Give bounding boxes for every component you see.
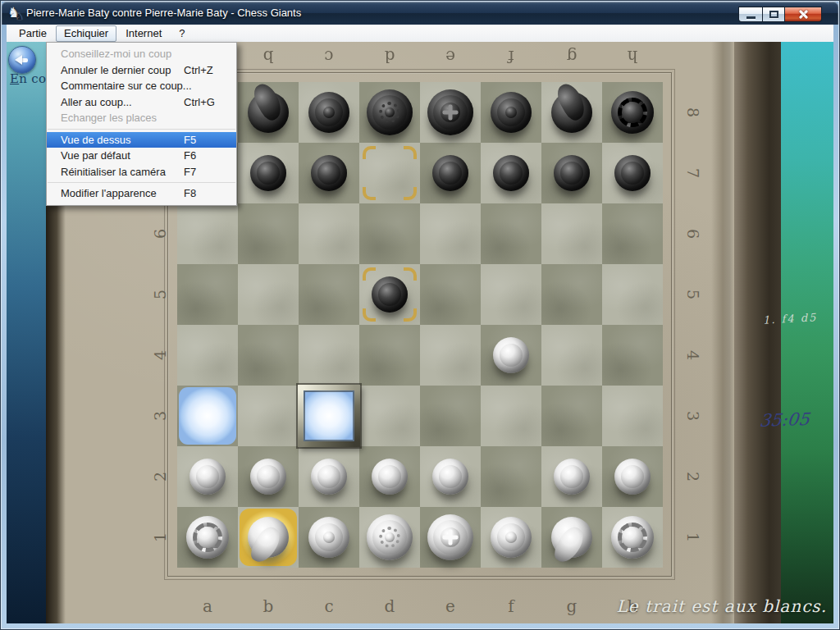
file-label-bottom-d: d xyxy=(359,595,420,618)
piece-black-pawn-h7[interactable] xyxy=(602,143,663,203)
menu-item-reset-camera[interactable]: Réinitialiser la caméraF7 xyxy=(47,164,236,180)
piece-black-knight-g8[interactable] xyxy=(541,82,602,143)
piece-white-knight-g1[interactable] xyxy=(541,507,602,568)
piece-part xyxy=(257,162,280,185)
square-d3[interactable] xyxy=(359,386,420,446)
rank-label-right-3: 3 xyxy=(663,407,724,425)
piece-black-knight-b8[interactable] xyxy=(238,82,299,143)
menu-item-undo[interactable]: Annuler le dernier coupCtrl+Z xyxy=(47,62,236,79)
piece-white-rook-a1[interactable] xyxy=(177,507,238,568)
piece-white-queen-d1[interactable] xyxy=(359,507,420,568)
square-f6[interactable] xyxy=(481,203,541,264)
game-clock: 35:05 xyxy=(759,409,810,431)
square-c4[interactable] xyxy=(299,325,359,386)
menu-item-appearance[interactable]: Modifier l'apparenceF8 xyxy=(47,185,236,202)
menu-item-comment[interactable]: Commentaire sur ce coup... xyxy=(47,78,236,94)
close-icon xyxy=(797,8,810,21)
piece-white-pawn-c2[interactable] xyxy=(299,446,359,507)
piece-white-pawn-d2[interactable] xyxy=(359,446,420,507)
maximize-button[interactable] xyxy=(762,7,785,22)
piece-white-pawn-e2[interactable] xyxy=(420,446,481,507)
piece-white-pawn-h2[interactable] xyxy=(602,446,663,507)
menu-item-swap-sides[interactable]: Echanger les places xyxy=(47,110,236,126)
square-g3[interactable] xyxy=(541,386,602,446)
square-e6[interactable] xyxy=(420,203,481,264)
file-label-top-d: d xyxy=(359,45,420,68)
piece-black-queen-d8[interactable] xyxy=(359,82,420,143)
menubar-item-partie[interactable]: Partie xyxy=(11,25,55,42)
square-g4[interactable] xyxy=(541,325,602,386)
piece-black-bishop-c8[interactable] xyxy=(299,82,359,143)
rank-label-right-2: 2 xyxy=(663,468,724,486)
menubar-item-internet[interactable]: Internet xyxy=(117,25,170,42)
piece-black-pawn-c7[interactable] xyxy=(299,143,359,203)
square-h4[interactable] xyxy=(602,325,663,386)
square-d4[interactable] xyxy=(359,325,420,386)
menubar-item-help[interactable]: ? xyxy=(171,25,193,42)
square-f2[interactable] xyxy=(481,446,541,507)
square-f5[interactable] xyxy=(481,264,541,325)
piece-black-bishop-f8[interactable] xyxy=(481,82,541,143)
square-d6[interactable] xyxy=(359,203,420,264)
minimize-button[interactable] xyxy=(738,7,763,22)
rank-label-left-3: 3 xyxy=(130,407,190,425)
square-h6[interactable] xyxy=(602,203,663,264)
file-label-bottom-f: f xyxy=(481,595,541,618)
close-button[interactable] xyxy=(784,7,822,22)
menu-item-advice[interactable]: Conseillez-moi un coup xyxy=(47,46,236,62)
piece-black-pawn-e7[interactable] xyxy=(420,143,481,203)
echiquier-menu: Conseillez-moi un coup Annuler le dernie… xyxy=(46,42,237,206)
status-message: Le trait est aux blancs. xyxy=(616,596,827,616)
piece-black-pawn-b7[interactable] xyxy=(238,143,299,203)
file-label-bottom-e: e xyxy=(420,595,481,618)
menu-item-goto-move[interactable]: Aller au coup...Ctrl+G xyxy=(47,94,236,111)
menu-item-top-view[interactable]: Vue de dessusF5 xyxy=(47,132,236,148)
piece-part xyxy=(378,283,401,306)
square-b6[interactable] xyxy=(238,203,299,264)
maximize-icon xyxy=(769,11,778,18)
square-c5[interactable] xyxy=(299,264,359,325)
piece-black-pawn-d5[interactable] xyxy=(359,264,420,325)
piece-white-king-e1[interactable] xyxy=(420,507,481,568)
square-e3[interactable] xyxy=(420,386,481,446)
square-c6[interactable] xyxy=(299,203,359,264)
piece-black-rook-h8[interactable] xyxy=(602,82,663,143)
last-move-corner-bl-d7 xyxy=(363,187,376,200)
window-controls xyxy=(739,7,822,22)
rank-label-left-5: 5 xyxy=(130,285,190,304)
piece-white-rook-h1[interactable] xyxy=(602,507,663,568)
square-b5[interactable] xyxy=(238,264,299,325)
piece-white-bishop-f1[interactable] xyxy=(481,507,541,568)
piece-white-pawn-g2[interactable] xyxy=(541,446,602,507)
piece-part xyxy=(505,107,517,118)
file-label-top-e: e xyxy=(420,45,481,68)
square-h3[interactable] xyxy=(602,386,663,446)
square-f3[interactable] xyxy=(481,386,541,446)
square-e5[interactable] xyxy=(420,264,481,325)
piece-black-pawn-f7[interactable] xyxy=(481,143,541,203)
square-g6[interactable] xyxy=(541,203,602,264)
back-button[interactable] xyxy=(8,46,36,74)
menu-item-default-view[interactable]: Vue par défautF6 xyxy=(47,148,236,164)
piece-white-pawn-f4[interactable] xyxy=(481,325,541,386)
piece-part xyxy=(505,532,517,543)
piece-part xyxy=(317,162,340,185)
backdrop-left xyxy=(7,42,46,623)
piece-part xyxy=(439,465,462,488)
file-label-top-b: b xyxy=(238,45,299,68)
square-e4[interactable] xyxy=(420,325,481,386)
menubar-item-echiquier[interactable]: Echiquier xyxy=(56,25,116,42)
square-b4[interactable] xyxy=(238,325,299,386)
piece-part xyxy=(317,465,340,488)
piece-white-bishop-c1[interactable] xyxy=(299,507,359,568)
piece-part xyxy=(618,523,647,552)
piece-black-pawn-g7[interactable] xyxy=(541,143,602,203)
square-h5[interactable] xyxy=(602,264,663,325)
square-b3[interactable] xyxy=(238,386,299,446)
piece-white-pawn-b2[interactable] xyxy=(238,446,299,507)
king-cross-bar xyxy=(449,530,453,546)
piece-white-knight-b1[interactable] xyxy=(238,507,299,568)
piece-black-king-e8[interactable] xyxy=(420,82,481,143)
square-g5[interactable] xyxy=(541,264,602,325)
piece-white-pawn-a2[interactable] xyxy=(177,446,238,507)
